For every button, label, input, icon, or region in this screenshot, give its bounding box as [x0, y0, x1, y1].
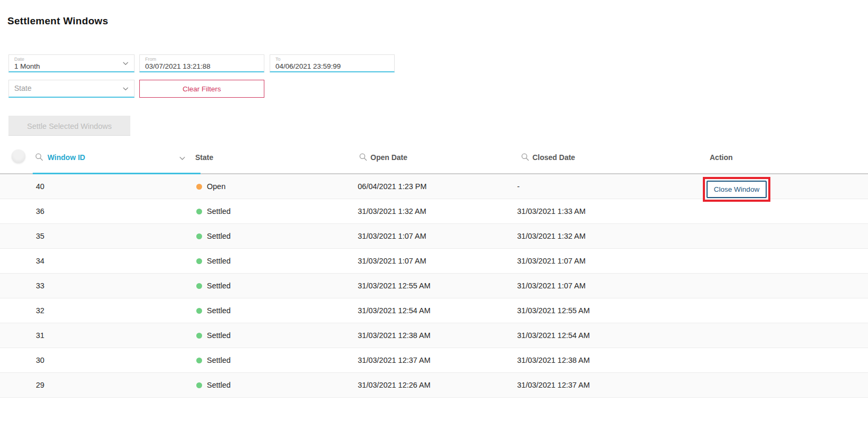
search-icon[interactable] — [359, 153, 368, 164]
state-dot-icon — [196, 283, 202, 289]
to-date-input[interactable]: To 04/06/2021 23:59:99 — [270, 54, 395, 72]
column-header-open-date[interactable]: Open Date — [370, 153, 407, 162]
window-id-cell: 34 — [36, 249, 44, 274]
table-row[interactable]: 34 Settled 31/03/2021 1:07 AM 31/03/2021… — [0, 249, 868, 274]
table-row[interactable]: 32 Settled 31/03/2021 12:54 AM 31/03/202… — [0, 298, 868, 323]
from-date-input[interactable]: From 03/07/2021 13:21:88 — [139, 54, 264, 72]
chevron-down-icon — [122, 85, 129, 95]
state-filter-select[interactable]: State — [8, 80, 135, 98]
settle-selected-windows-button[interactable]: Settle Selected Windows — [8, 116, 130, 136]
window-id-cell: 35 — [36, 224, 44, 249]
state-cell: Open — [196, 174, 225, 199]
select-all-checkbox[interactable] — [12, 149, 25, 163]
state-label: Settled — [207, 224, 231, 249]
page-title: Settlement Windows — [7, 15, 108, 27]
table-header: Window ID State Open Date Closed Date Ac… — [0, 144, 868, 174]
to-date-value: 04/06/2021 23:59:99 — [275, 62, 379, 71]
window-id-cell: 36 — [36, 199, 44, 224]
state-cell: Settled — [196, 199, 231, 223]
state-label: Settled — [207, 323, 231, 348]
open-date-cell: 31/03/2021 1:32 AM — [358, 199, 426, 224]
chevron-down-icon — [122, 60, 129, 69]
state-label: Settled — [207, 348, 231, 373]
column-header-action: Action — [710, 153, 733, 162]
from-date-value: 03/07/2021 13:21:88 — [145, 62, 249, 71]
settlement-windows-page: { "page": { "title": "Settlement Windows… — [0, 0, 868, 422]
state-dot-icon — [196, 308, 202, 314]
open-date-cell: 06/04/2021 1:23 PM — [358, 174, 427, 199]
table-row[interactable]: 40 Open 06/04/2021 1:23 PM - Close Windo… — [0, 174, 868, 199]
column-header-closed-date[interactable]: Closed Date — [532, 153, 575, 162]
state-label: Settled — [207, 274, 231, 298]
state-cell: Settled — [196, 274, 231, 298]
search-icon[interactable] — [35, 153, 44, 164]
sort-chevron-down-icon — [178, 154, 186, 164]
table-row[interactable]: 36 Settled 31/03/2021 1:32 AM 31/03/2021… — [0, 199, 868, 224]
closed-date-cell: 31/03/2021 12:37 AM — [517, 373, 590, 398]
state-dot-icon — [196, 258, 202, 264]
state-dot-icon — [196, 209, 202, 214]
table-row[interactable]: 31 Settled 31/03/2021 12:38 AM 31/03/202… — [0, 323, 868, 348]
state-dot-icon — [196, 233, 202, 239]
closed-date-cell: 31/03/2021 12:55 AM — [517, 298, 590, 323]
open-date-cell: 31/03/2021 12:55 AM — [358, 274, 431, 298]
date-filter-label: Date — [14, 57, 119, 62]
state-label: Open — [207, 174, 225, 199]
window-id-cell: 40 — [36, 174, 44, 199]
table-body: 40 Open 06/04/2021 1:23 PM - Close Windo… — [0, 174, 868, 398]
date-filter-value: 1 Month — [14, 62, 119, 71]
window-id-cell: 32 — [36, 298, 44, 323]
table-row[interactable]: 35 Settled 31/03/2021 1:07 AM 31/03/2021… — [0, 224, 868, 249]
closed-date-cell: 31/03/2021 1:32 AM — [517, 224, 586, 249]
table-row[interactable]: 29 Settled 31/03/2021 12:26 AM 31/03/202… — [0, 373, 868, 398]
closed-date-cell: 31/03/2021 1:07 AM — [517, 249, 586, 274]
close-window-button[interactable]: Close Window — [707, 181, 767, 198]
from-date-label: From — [145, 57, 249, 62]
window-id-cell: 29 — [36, 373, 44, 398]
state-label: Settled — [207, 199, 231, 224]
state-dot-icon — [196, 358, 202, 363]
closed-date-cell: 31/03/2021 12:38 AM — [517, 348, 590, 373]
open-date-cell: 31/03/2021 1:07 AM — [358, 249, 426, 274]
state-cell: Settled — [196, 373, 231, 397]
search-icon[interactable] — [521, 153, 530, 164]
open-date-cell: 31/03/2021 12:37 AM — [358, 348, 431, 373]
window-id-cell: 30 — [36, 348, 44, 373]
table-row[interactable]: 33 Settled 31/03/2021 12:55 AM 31/03/202… — [0, 274, 868, 298]
to-date-label: To — [275, 57, 379, 62]
state-filter-placeholder: State — [14, 84, 32, 92]
state-label: Settled — [207, 249, 231, 274]
state-label: Settled — [207, 298, 231, 323]
state-cell: Settled — [196, 323, 231, 348]
table-row[interactable]: 30 Settled 31/03/2021 12:37 AM 31/03/202… — [0, 348, 868, 373]
closed-date-cell: 31/03/2021 1:07 AM — [517, 274, 586, 298]
closed-date-cell: 31/03/2021 12:54 AM — [517, 323, 590, 348]
state-dot-icon — [196, 184, 202, 190]
closed-date-cell: - — [517, 174, 520, 199]
state-label: Settled — [207, 373, 231, 398]
open-date-cell: 31/03/2021 12:38 AM — [358, 323, 431, 348]
column-header-window-id[interactable]: Window ID — [47, 153, 85, 162]
open-date-cell: 31/03/2021 12:26 AM — [358, 373, 431, 398]
column-header-state[interactable]: State — [195, 153, 213, 162]
state-dot-icon — [196, 333, 202, 339]
open-date-cell: 31/03/2021 12:54 AM — [358, 298, 431, 323]
open-date-cell: 31/03/2021 1:07 AM — [358, 224, 426, 249]
state-cell: Settled — [196, 224, 231, 248]
window-id-cell: 31 — [36, 323, 44, 348]
state-cell: Settled — [196, 298, 231, 323]
date-filter-select[interactable]: Date 1 Month — [8, 54, 135, 72]
annotation-highlight-box: Close Window — [703, 177, 770, 202]
state-cell: Settled — [196, 348, 231, 372]
window-id-cell: 33 — [36, 274, 44, 298]
clear-filters-button[interactable]: Clear Filters — [139, 80, 264, 98]
state-dot-icon — [196, 382, 202, 388]
state-cell: Settled — [196, 249, 231, 273]
closed-date-cell: 31/03/2021 1:33 AM — [517, 199, 586, 224]
